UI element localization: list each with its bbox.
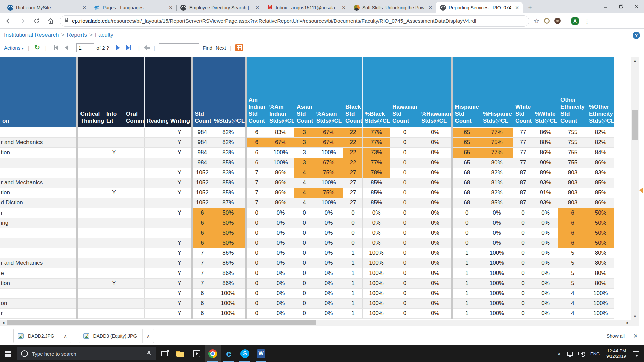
speaker-icon[interactable] bbox=[577, 345, 586, 362]
horizontal-scroll-thumb[interactable] bbox=[7, 320, 316, 325]
browser-tab[interactable]: RioLearn MySite✕ bbox=[3, 2, 90, 13]
value-cell: 6 bbox=[246, 158, 267, 168]
start-button[interactable] bbox=[0, 345, 16, 362]
first-page-button[interactable] bbox=[54, 45, 58, 50]
url-omnibox[interactable]: ep.riosalado.edu/resources/bi/_layouts/1… bbox=[60, 15, 529, 27]
image-file-icon bbox=[18, 333, 24, 339]
vertical-scroll-thumb[interactable] bbox=[632, 110, 638, 140]
browser-tab[interactable]: Reporting Services - RIO_074✕ bbox=[436, 2, 523, 13]
last-page-button[interactable] bbox=[126, 45, 131, 50]
download-item[interactable]: DADD3 (Equity).JPG ∧ bbox=[79, 329, 154, 343]
new-tab-button[interactable]: + bbox=[525, 3, 535, 12]
actions-menu-button[interactable]: Actions▾ bbox=[4, 45, 24, 51]
refresh-report-button[interactable]: ↻ bbox=[33, 44, 41, 52]
reload-button[interactable] bbox=[31, 15, 42, 27]
taskbar-search-input[interactable]: Type here to search bbox=[17, 347, 156, 360]
breadcrumb-reports[interactable]: Reports bbox=[67, 32, 87, 38]
bookmark-star-icon[interactable]: ☆ bbox=[533, 17, 539, 25]
value-cell: 50% bbox=[587, 218, 614, 228]
parent-report-button[interactable] bbox=[144, 45, 150, 50]
horizontal-scrollbar[interactable]: ◄ ► bbox=[0, 320, 631, 326]
value-cell: 1 bbox=[343, 308, 363, 318]
value-cell: 1052 bbox=[192, 188, 212, 198]
back-button[interactable] bbox=[3, 15, 14, 27]
media-player-button[interactable] bbox=[189, 345, 205, 362]
extension-dot-icon[interactable] bbox=[554, 18, 561, 24]
tab-close-icon[interactable]: ✕ bbox=[427, 5, 433, 11]
find-next-button[interactable]: Next bbox=[216, 45, 226, 51]
breadcrumb-faculty[interactable]: Faculty bbox=[95, 32, 113, 38]
monitor-icon[interactable] bbox=[565, 345, 575, 362]
download-chevron-icon[interactable]: ∧ bbox=[60, 329, 71, 343]
collapse-pane-arrow-icon[interactable] bbox=[639, 188, 643, 193]
value-cell: 87 bbox=[513, 178, 533, 188]
find-button[interactable]: Find bbox=[203, 45, 212, 51]
value-cell: 83% bbox=[587, 168, 614, 178]
value-cell: 0 bbox=[390, 258, 419, 268]
scroll-right-arrow-icon[interactable]: ► bbox=[624, 320, 631, 326]
row-label-cell: r bbox=[0, 208, 77, 218]
profile-avatar[interactable]: A bbox=[571, 17, 579, 25]
export-report-icon[interactable] bbox=[235, 44, 243, 51]
browser-tab[interactable]: Pages - Languages✕ bbox=[90, 2, 176, 13]
close-window-button[interactable] bbox=[629, 0, 644, 13]
download-chevron-icon[interactable]: ∧ bbox=[142, 329, 154, 343]
next-page-button[interactable] bbox=[116, 45, 120, 50]
chrome-menu-icon[interactable]: ⋮ bbox=[584, 17, 590, 25]
tab-close-icon[interactable]: ✕ bbox=[81, 5, 87, 11]
value-cell: 0 bbox=[294, 258, 314, 268]
mic-icon[interactable] bbox=[147, 351, 151, 357]
notifications-button[interactable] bbox=[631, 345, 641, 362]
value-cell: 84% bbox=[587, 147, 614, 158]
tab-close-icon[interactable]: ✕ bbox=[341, 5, 347, 11]
task-view-button[interactable] bbox=[156, 345, 172, 362]
value-cell: 0 bbox=[343, 208, 363, 218]
internet-explorer-button[interactable]: e bbox=[221, 345, 237, 362]
help-icon[interactable]: ? bbox=[633, 32, 640, 39]
word-button[interactable]: W bbox=[253, 345, 269, 362]
skill-cell bbox=[145, 147, 168, 158]
tab-close-icon[interactable]: ✕ bbox=[168, 5, 174, 11]
value-cell: 0 bbox=[390, 268, 419, 278]
file-explorer-button[interactable] bbox=[172, 345, 189, 362]
find-text-input[interactable] bbox=[159, 43, 199, 52]
file-explorer-icon bbox=[176, 351, 184, 357]
column-header: %White Std@CL bbox=[533, 57, 558, 127]
download-item[interactable]: DADD2.JPG ∧ bbox=[13, 329, 71, 343]
browser-tab[interactable]: Inbox - angus15111@riosala✕ bbox=[263, 2, 350, 13]
browser-tab[interactable]: Soft Skills: Unlocking the Pow✕ bbox=[350, 2, 436, 13]
tab-close-icon[interactable]: ✕ bbox=[514, 5, 520, 11]
tray-expand-icon[interactable]: ∧ bbox=[555, 345, 563, 362]
restore-button[interactable] bbox=[613, 0, 629, 13]
scroll-up-arrow-icon[interactable]: ▲ bbox=[631, 57, 639, 64]
breadcrumb-institutional-research[interactable]: Institutional Research bbox=[4, 32, 59, 38]
row-label-cell: e bbox=[0, 268, 77, 278]
column-header: %Stds@CL bbox=[212, 57, 246, 127]
vertical-scrollbar[interactable]: ▲ ▼ bbox=[631, 57, 639, 320]
value-cell: 100% bbox=[481, 268, 513, 278]
value-cell: 755 bbox=[558, 127, 587, 137]
home-button[interactable] bbox=[45, 15, 56, 27]
minimize-button[interactable] bbox=[598, 0, 613, 13]
show-all-downloads-button[interactable]: Show all bbox=[607, 333, 625, 339]
skype-button[interactable]: S bbox=[237, 345, 253, 362]
scroll-left-arrow-icon[interactable]: ◄ bbox=[0, 320, 7, 326]
value-cell: 0% bbox=[267, 228, 294, 238]
browser-tab[interactable]: Employee Directory Search |✕ bbox=[176, 2, 263, 13]
taskbar-clock[interactable]: 12:44 PM9/12/2019 bbox=[604, 345, 629, 362]
value-cell: 0% bbox=[481, 208, 513, 218]
value-cell: 1 bbox=[343, 288, 363, 298]
chrome-button[interactable] bbox=[205, 345, 221, 362]
forward-button[interactable] bbox=[17, 15, 28, 27]
tab-close-icon[interactable]: ✕ bbox=[254, 5, 260, 11]
extension-ring-icon[interactable] bbox=[544, 18, 550, 24]
previous-page-button[interactable] bbox=[65, 45, 68, 50]
clock-time: 12:44 PM bbox=[607, 348, 626, 353]
close-download-bar-button[interactable]: ✕ bbox=[633, 333, 638, 340]
value-cell: 77% bbox=[363, 158, 390, 168]
scroll-down-arrow-icon[interactable]: ▼ bbox=[631, 313, 639, 320]
value-cell: 1 bbox=[452, 268, 481, 278]
value-cell: 0% bbox=[267, 268, 294, 278]
page-number-input[interactable] bbox=[76, 43, 94, 52]
language-indicator[interactable]: ENG bbox=[588, 345, 602, 362]
